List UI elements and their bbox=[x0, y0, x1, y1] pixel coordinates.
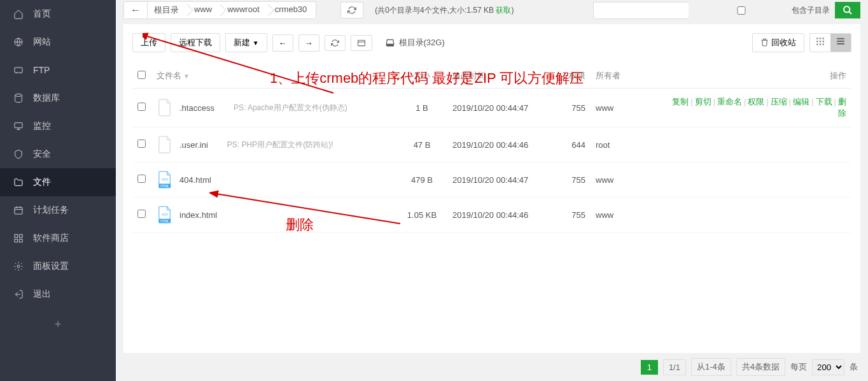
page-current[interactable]: 1 bbox=[641, 360, 658, 375]
svg-rect-16 bbox=[823, 38, 824, 39]
svg-point-10 bbox=[844, 6, 850, 12]
sidebar-item-10[interactable]: 退出 bbox=[0, 280, 116, 308]
terminal-icon bbox=[357, 39, 366, 47]
header-name[interactable]: 文件名▼ bbox=[151, 64, 396, 89]
search-button[interactable] bbox=[835, 2, 860, 18]
sidebar-item-label: 数据库 bbox=[33, 92, 60, 104]
svg-line-11 bbox=[849, 11, 851, 14]
sidebar-item-7[interactable]: 计划任务 bbox=[0, 196, 116, 224]
upload-button[interactable]: 上传 bbox=[132, 33, 165, 52]
file-perm: 755 bbox=[556, 198, 591, 233]
sidebar-item-label: 首页 bbox=[33, 8, 51, 20]
svg-rect-24 bbox=[837, 41, 844, 42]
sidebar-item-8[interactable]: 软件商店 bbox=[0, 224, 116, 252]
sidebar-item-label: 文件 bbox=[33, 176, 51, 188]
page-count: 共4条数据 bbox=[736, 358, 785, 376]
row-checkbox[interactable] bbox=[137, 103, 146, 111]
svg-text:</>: </> bbox=[162, 176, 169, 182]
list-view-button[interactable] bbox=[830, 34, 851, 52]
apps-icon bbox=[13, 233, 24, 244]
select-all-checkbox[interactable] bbox=[137, 71, 146, 79]
new-button[interactable]: 新建 ▼ bbox=[225, 33, 267, 52]
file-owner: www bbox=[591, 162, 661, 198]
breadcrumb-item[interactable]: www bbox=[188, 2, 221, 18]
sidebar-item-0[interactable]: 首页 bbox=[0, 0, 116, 28]
svg-point-2 bbox=[15, 94, 22, 96]
table-row[interactable]: .htaccessPS: Apache用户配置文件(伪静态) 1 B 2019/… bbox=[132, 89, 851, 127]
refresh-icon bbox=[347, 6, 356, 15]
header-size[interactable]: 大小 bbox=[396, 64, 447, 89]
sidebar-item-9[interactable]: 面板设置 bbox=[0, 252, 116, 280]
list-icon bbox=[836, 37, 845, 46]
action-link[interactable]: 压缩 bbox=[771, 97, 787, 106]
file-actions bbox=[661, 127, 851, 162]
sidebar-item-3[interactable]: 数据库 bbox=[0, 84, 116, 112]
svg-point-9 bbox=[17, 265, 20, 268]
get-size-link[interactable]: 获取 bbox=[496, 6, 511, 15]
file-size: 1 B bbox=[396, 89, 447, 127]
table-row[interactable]: </>HTMLindex.html 1.05 KB 2019/10/20 00:… bbox=[132, 198, 851, 233]
header-owner[interactable]: 所有者 bbox=[591, 64, 661, 89]
action-link[interactable]: 复制 bbox=[672, 97, 689, 106]
header-mtime[interactable]: 修改时间 bbox=[447, 64, 556, 89]
file-name[interactable]: 404.html bbox=[179, 175, 211, 185]
file-desc: PS: PHP用户配置文件(防跨站)! bbox=[227, 140, 333, 150]
breadcrumb: ← 根目录wwwwwwrootcrmeb30 bbox=[123, 1, 316, 19]
svg-rect-23 bbox=[837, 38, 844, 40]
table-row[interactable]: .user.iniPS: PHP用户配置文件(防跨站)! 47 B 2019/1… bbox=[132, 127, 851, 162]
nav-back-button[interactable]: ← bbox=[272, 34, 293, 52]
sidebar-item-label: 安全 bbox=[33, 148, 51, 160]
sidebar-item-label: 计划任务 bbox=[33, 205, 69, 216]
include-subdir-checkbox[interactable]: 包含子目录 bbox=[694, 5, 830, 16]
file-actions bbox=[661, 162, 851, 198]
breadcrumb-item[interactable]: crmeb30 bbox=[269, 2, 316, 18]
sidebar-item-6[interactable]: 文件 bbox=[0, 168, 116, 196]
action-link[interactable]: 权限 bbox=[748, 97, 764, 106]
action-link[interactable]: 剪切 bbox=[695, 97, 711, 106]
logout-icon bbox=[13, 289, 24, 300]
terminal-button[interactable] bbox=[351, 35, 372, 51]
sidebar-item-4[interactable]: 监控 bbox=[0, 112, 116, 140]
file-perm: 755 bbox=[556, 89, 591, 127]
file-table: 文件名▼ 大小 修改时间 权限 所有者 操作 .htaccessPS: Apac… bbox=[132, 64, 851, 233]
file-size: 47 B bbox=[396, 127, 447, 162]
svg-rect-5 bbox=[15, 234, 18, 238]
file-owner: root bbox=[591, 127, 661, 162]
table-row[interactable]: </>HTML404.html 479 B 2019/10/20 00:44:4… bbox=[132, 162, 851, 198]
reload-button[interactable] bbox=[325, 35, 346, 51]
file-perm: 644 bbox=[556, 127, 591, 162]
file-mtime: 2019/10/20 00:44:46 bbox=[447, 127, 556, 162]
calendar-icon bbox=[13, 205, 24, 216]
row-checkbox[interactable] bbox=[137, 210, 146, 218]
sidebar-item-5[interactable]: 安全 bbox=[0, 140, 116, 168]
row-checkbox[interactable] bbox=[137, 140, 146, 148]
nav-forward-button[interactable]: → bbox=[298, 34, 319, 52]
search-input[interactable] bbox=[593, 2, 689, 19]
grid-view-button[interactable] bbox=[810, 34, 830, 52]
file-name[interactable]: index.html bbox=[179, 210, 217, 220]
content-panel: 上传 远程下载 新建 ▼ ← → 根目录(32G) bbox=[123, 24, 860, 353]
sidebar-item-1[interactable]: 网站 bbox=[0, 28, 116, 56]
refresh-button[interactable] bbox=[340, 2, 363, 18]
header-perm[interactable]: 权限 bbox=[556, 64, 591, 89]
sidebar-item-2[interactable]: FTP bbox=[0, 56, 116, 84]
action-link[interactable]: 下载 bbox=[816, 97, 832, 106]
remote-download-button[interactable]: 远程下载 bbox=[171, 33, 220, 52]
recycle-bin-button[interactable]: 回收站 bbox=[752, 33, 804, 52]
file-name[interactable]: .htaccess bbox=[179, 103, 214, 113]
svg-rect-17 bbox=[816, 41, 818, 42]
sidebar-add-button[interactable]: + bbox=[0, 308, 116, 341]
row-checkbox[interactable] bbox=[137, 175, 146, 183]
svg-text:HTML: HTML bbox=[160, 184, 169, 188]
back-button[interactable]: ← bbox=[124, 2, 148, 18]
perpage-select[interactable]: 200 bbox=[812, 359, 844, 375]
file-owner: www bbox=[591, 89, 661, 127]
breadcrumb-item[interactable]: wwwroot bbox=[221, 2, 269, 18]
action-link[interactable]: 编辑 bbox=[793, 97, 809, 106]
breadcrumb-item[interactable]: 根目录 bbox=[148, 2, 188, 18]
action-link[interactable]: 重命名 bbox=[717, 97, 742, 106]
file-owner: www bbox=[591, 198, 661, 233]
action-link[interactable]: 删除 bbox=[838, 97, 846, 118]
html-file-icon: </>HTML bbox=[157, 205, 173, 224]
file-name[interactable]: .user.ini bbox=[179, 140, 208, 150]
